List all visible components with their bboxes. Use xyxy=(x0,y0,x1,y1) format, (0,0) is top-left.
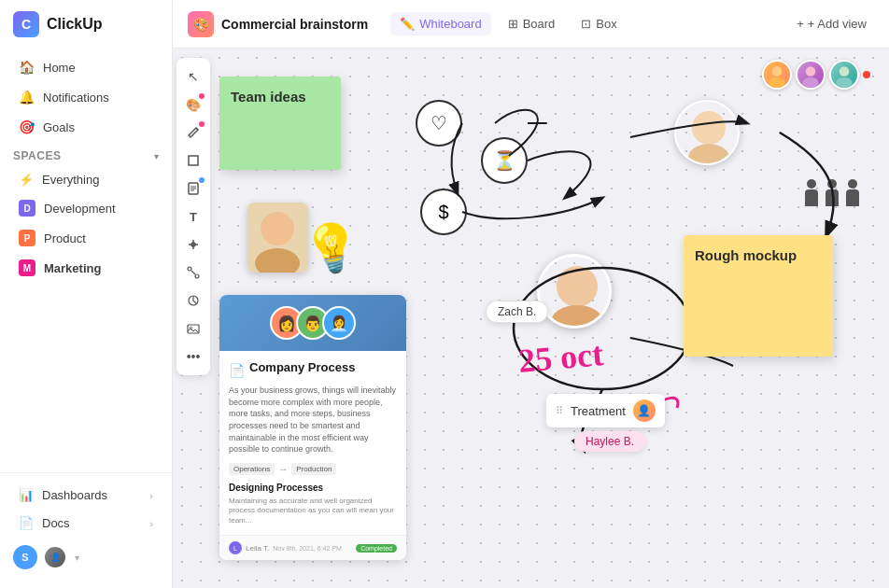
board-tab-icon: ⊞ xyxy=(508,17,518,31)
person-face-1 xyxy=(674,100,740,165)
shape-tool[interactable] xyxy=(180,147,206,174)
toolbar-dot-pen xyxy=(199,121,205,127)
transform-tool[interactable] xyxy=(180,231,206,258)
docs-chevron-icon: › xyxy=(149,518,153,529)
toolbar-dot-note xyxy=(199,177,205,183)
doc-title: Company Process xyxy=(249,360,355,374)
sidebar-bottom: 📊 Dashboards › 📄 Docs › S 👤 ▾ xyxy=(0,472,172,577)
avatar-1 xyxy=(762,60,792,90)
more-tool[interactable]: ••• xyxy=(180,343,206,370)
sticky-note-team-ideas[interactable]: Team ideas xyxy=(219,77,341,170)
main-content: 🎨 Commercial brainstorm ✏️ Whiteboard ⊞ … xyxy=(173,0,889,588)
lightbulb-sketch: 💡 xyxy=(299,217,365,280)
development-badge: D xyxy=(19,200,35,217)
svg-point-17 xyxy=(557,266,598,307)
treatment-label-text: Treatment xyxy=(571,404,626,418)
doc-subheading: Designing Processes xyxy=(229,483,397,493)
sticky-note-rough-mockup[interactable]: Rough mockup xyxy=(684,235,833,357)
note-tool[interactable] xyxy=(180,175,206,202)
tab-board[interactable]: ⊞ Board xyxy=(499,12,565,35)
heart-icon-circle: ♡ xyxy=(416,100,462,147)
treatment-row[interactable]: ⠿ Treatment 👤 xyxy=(546,394,665,427)
dashboards-icon: 📊 xyxy=(19,488,34,502)
svg-point-3 xyxy=(188,267,191,271)
rainbow-tool[interactable]: 🎨 xyxy=(180,91,206,118)
flow-to: Production xyxy=(291,463,336,475)
doc-subtext: Maintaining as accurate and well organiz… xyxy=(229,497,397,525)
top-avatars xyxy=(762,60,870,90)
sidebar-item-docs[interactable]: 📄 Docs › xyxy=(6,510,166,537)
doc-footer-avatar: L xyxy=(229,541,242,554)
spaces-section-header: Spaces ▾ xyxy=(0,142,172,166)
dollar-icon-circle: $ xyxy=(420,189,467,235)
sidebar-item-goals[interactable]: 🎯 Goals xyxy=(6,113,166,141)
sidebar-item-dashboards[interactable]: 📊 Dashboards › xyxy=(6,482,166,509)
everything-icon: ⚡ xyxy=(19,173,34,187)
sidebar-item-product[interactable]: P Product xyxy=(6,224,166,252)
doc-file-icon: 📄 xyxy=(229,363,245,378)
tab-box[interactable]: ⊡ Box xyxy=(572,12,626,35)
logo-icon: C xyxy=(13,11,39,37)
drag-handle-icon: ⠿ xyxy=(556,405,563,417)
plus-icon: + xyxy=(797,17,804,31)
svg-rect-0 xyxy=(189,156,198,165)
cursor-tool[interactable]: ↖ xyxy=(180,63,206,90)
online-indicator xyxy=(863,71,870,78)
spaces-label: Spaces xyxy=(13,149,61,162)
logo: C ClickUp xyxy=(0,11,172,52)
svg-point-20 xyxy=(261,212,294,245)
svg-point-18 xyxy=(551,305,603,329)
whiteboard-canvas[interactable]: ↖ 🎨 T xyxy=(173,49,889,588)
doc-body-text: As your business grows, things will inev… xyxy=(229,385,397,455)
flow-arrow-icon: → xyxy=(278,464,288,474)
docs-icon: 📄 xyxy=(19,516,34,530)
user-chevron-icon: ▾ xyxy=(75,553,79,563)
add-view-button[interactable]: + + Add view xyxy=(789,12,874,35)
box-tab-icon: ⊡ xyxy=(581,17,591,31)
doc-footer: L Leila T. Nov 8th, 2021, 6:42 PM Comple… xyxy=(219,535,406,560)
logo-text: ClickUp xyxy=(47,16,103,33)
spaces-chevron-icon[interactable]: ▾ xyxy=(154,151,159,161)
home-icon: 🏠 xyxy=(19,60,34,75)
flow-from: Operations xyxy=(229,463,275,475)
doc-completed-badge: Completed xyxy=(356,544,397,553)
doc-person-3: 👩‍💼 xyxy=(322,306,356,340)
tab-whiteboard[interactable]: ✏️ Whiteboard xyxy=(390,12,490,35)
dashboards-chevron-icon: › xyxy=(149,490,153,501)
date-annotation: 25 oct xyxy=(516,334,604,381)
haylee-label: Haylee B. xyxy=(574,431,645,452)
document-card[interactable]: 👩 👨 👩‍💼 📄 Company Process As your busine… xyxy=(219,295,406,560)
connect-tool[interactable] xyxy=(180,259,206,286)
product-badge: P xyxy=(19,230,35,246)
image-tool[interactable] xyxy=(180,315,206,342)
svg-point-8 xyxy=(772,66,783,77)
left-toolbar: ↖ 🎨 T xyxy=(176,58,210,375)
user-profile[interactable]: S 👤 ▾ xyxy=(0,538,172,577)
integration-tool[interactable] xyxy=(180,287,206,314)
sidebar-item-notifications[interactable]: 🔔 Notifications xyxy=(6,83,166,111)
doc-footer-date: Nov 8th, 2021, 6:42 PM xyxy=(273,545,342,552)
text-tool[interactable]: T xyxy=(180,203,206,230)
treatment-avatar: 👤 xyxy=(633,399,656,422)
breadcrumb-icon: 🎨 xyxy=(188,11,214,37)
svg-point-10 xyxy=(806,66,816,77)
zach-label-text: Zach B. xyxy=(498,305,536,318)
person-face-2 xyxy=(537,254,612,329)
sidebar-item-marketing[interactable]: M Marketing xyxy=(6,254,166,282)
avatar: S xyxy=(13,545,37,569)
avatar-2 xyxy=(796,60,826,90)
user-photo: 👤 xyxy=(45,547,65,567)
sidebar-item-development[interactable]: D Development xyxy=(6,194,166,222)
toolbar-dot-pink xyxy=(199,93,205,99)
pen-tool[interactable] xyxy=(180,119,206,146)
svg-point-11 xyxy=(802,77,819,89)
haylee-label-text: Haylee B. xyxy=(586,435,634,448)
svg-point-9 xyxy=(769,77,785,89)
svg-point-15 xyxy=(688,144,729,165)
whiteboard-tab-icon: ✏️ xyxy=(400,17,415,31)
doc-footer-name: Leila T. xyxy=(246,544,269,553)
zach-label: Zach B. xyxy=(486,301,548,323)
sidebar-item-everything[interactable]: ⚡ Everything xyxy=(6,167,166,192)
sidebar-item-home[interactable]: 🏠 Home xyxy=(6,53,166,81)
doc-flow: Operations → Production xyxy=(229,463,397,475)
